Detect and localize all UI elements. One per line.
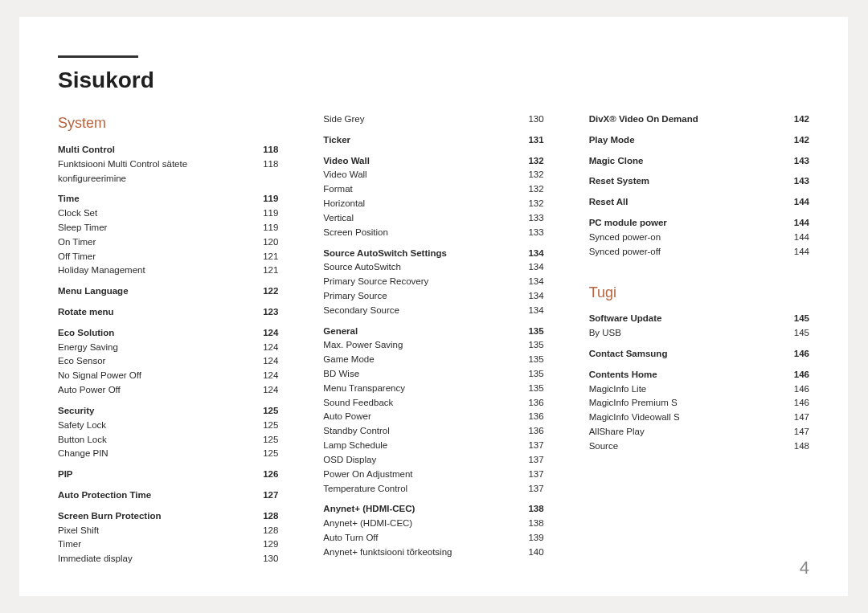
toc-row[interactable]: Anynet+ (HDMI-CEC)138 — [323, 517, 543, 531]
toc-row[interactable]: Time119 — [58, 192, 278, 206]
toc-row[interactable]: By USB145 — [589, 326, 809, 341]
toc-row[interactable]: Reset All144 — [589, 195, 809, 210]
toc-row[interactable]: Ticker131 — [323, 133, 543, 148]
toc-row[interactable]: Menu Transparency135 — [323, 382, 543, 396]
toc-row[interactable]: Timer129 — [58, 537, 278, 552]
toc-label: On Timer — [58, 235, 251, 250]
toc-page: 135 — [517, 382, 544, 396]
toc-row[interactable]: Contents Home146 — [589, 368, 809, 382]
toc-row[interactable]: MagicInfo Lite146 — [589, 382, 809, 397]
toc-row[interactable]: AllShare Play147 — [589, 425, 809, 439]
toc-label: Multi Control — [58, 143, 251, 157]
toc-row[interactable]: Eco Sensor124 — [58, 354, 278, 369]
toc-row[interactable]: General135 — [323, 325, 543, 339]
toc-row[interactable]: Button Lock125 — [58, 433, 278, 447]
toc-row[interactable]: PIP126 — [58, 468, 278, 482]
toc-row[interactable]: Source AutoSwitch134 — [323, 260, 543, 275]
toc-row[interactable]: Safety Lock125 — [58, 419, 278, 433]
toc-label: Synced power-on — [589, 231, 782, 245]
toc-row[interactable]: Energy Saving124 — [58, 341, 278, 355]
toc-row[interactable]: Sound Feedback136 — [323, 396, 543, 411]
toc-row[interactable]: Side Grey130 — [323, 112, 543, 127]
toc-row[interactable]: Screen Burn Protection128 — [58, 509, 278, 524]
toc-row[interactable]: MagicInfo Videowall S147 — [589, 411, 809, 425]
toc-label: General — [323, 325, 516, 339]
toc-row[interactable]: Holiday Management121 — [58, 264, 278, 278]
toc-row[interactable]: Anynet+ funktsiooni tõrkeotsing140 — [323, 546, 543, 560]
toc-row[interactable]: Play Mode142 — [589, 133, 809, 148]
toc-page: 129 — [251, 537, 278, 552]
toc-row[interactable]: Horizontal132 — [323, 197, 543, 211]
toc-row[interactable]: Eco Solution124 — [58, 326, 278, 341]
toc-row[interactable]: Power On Adjustment137 — [323, 468, 543, 482]
toc-row[interactable]: Funktsiooni Multi Control sätete konfigu… — [58, 157, 278, 186]
toc-page: 147 — [782, 411, 809, 425]
toc-row[interactable]: BD Wise135 — [323, 367, 543, 382]
toc-row[interactable]: Software Update145 — [589, 312, 809, 326]
toc-label: Temperature Control — [323, 482, 516, 497]
toc-row[interactable]: Format132 — [323, 182, 543, 197]
toc-row[interactable]: Primary Source134 — [323, 289, 543, 304]
toc-label: Security — [58, 404, 251, 419]
toc-row[interactable]: PC module power144 — [589, 216, 809, 231]
toc-page: 121 — [251, 250, 278, 264]
toc-row[interactable]: Magic Clone143 — [589, 154, 809, 169]
toc-label: OSD Display — [323, 453, 516, 468]
toc-row[interactable]: Anynet+ (HDMI-CEC)138 — [323, 502, 543, 517]
toc-row[interactable]: Synced power-on144 — [589, 231, 809, 245]
toc-row[interactable]: Pixel Shift128 — [58, 524, 278, 538]
toc-row[interactable]: Standby Control136 — [323, 424, 543, 439]
toc-page: 120 — [251, 235, 278, 250]
toc-page: 133 — [517, 211, 544, 226]
toc-label: Primary Source — [323, 289, 516, 304]
toc-label: Game Mode — [323, 353, 516, 367]
toc-row[interactable]: Source148 — [589, 439, 809, 454]
toc-row[interactable]: On Timer120 — [58, 235, 278, 250]
toc-row[interactable]: MagicInfo Premium S146 — [589, 396, 809, 411]
toc-row[interactable]: Auto Protection Time127 — [58, 488, 278, 503]
toc-page: 148 — [782, 439, 809, 454]
toc-label: Pixel Shift — [58, 524, 251, 538]
toc-column: DivX® Video On Demand142Play Mode142Magi… — [589, 112, 809, 566]
toc-label: Standby Control — [323, 424, 516, 439]
toc-row[interactable]: Contact Samsung146 — [589, 347, 809, 362]
toc-row[interactable]: Sleep Timer119 — [58, 221, 278, 235]
toc-row[interactable]: DivX® Video On Demand142 — [589, 112, 809, 127]
toc-row[interactable]: Max. Power Saving135 — [323, 338, 543, 353]
toc-row[interactable]: Menu Language122 — [58, 284, 278, 299]
toc-page: 137 — [517, 439, 544, 453]
toc-row[interactable]: Synced power-off144 — [589, 245, 809, 260]
toc-row[interactable]: OSD Display137 — [323, 453, 543, 468]
toc-row[interactable]: Auto Turn Off139 — [323, 531, 543, 546]
toc-row[interactable]: Game Mode135 — [323, 353, 543, 367]
toc-row[interactable]: Lamp Schedule137 — [323, 439, 543, 453]
toc-label: Vertical — [323, 211, 516, 226]
toc-page: 138 — [517, 517, 544, 531]
toc-row[interactable]: Multi Control118 — [58, 143, 278, 157]
toc-row[interactable]: Source AutoSwitch Settings134 — [323, 247, 543, 261]
toc-row[interactable]: No Signal Power Off124 — [58, 369, 278, 383]
toc-row[interactable]: Temperature Control137 — [323, 482, 543, 497]
toc-row[interactable]: Rotate menu123 — [58, 305, 278, 320]
toc-row[interactable]: Auto Power Off124 — [58, 383, 278, 398]
toc-row[interactable]: Video Wall132 — [323, 168, 543, 182]
toc-label: Menu Language — [58, 284, 251, 299]
toc-page: 122 — [251, 284, 278, 299]
toc-row[interactable]: Vertical133 — [323, 211, 543, 226]
toc-label: Power On Adjustment — [323, 468, 516, 482]
toc-row[interactable]: Off Timer121 — [58, 250, 278, 264]
toc-label: Energy Saving — [58, 341, 251, 355]
toc-page: 123 — [251, 305, 278, 320]
toc-row[interactable]: Security125 — [58, 404, 278, 419]
toc-page: 139 — [517, 531, 544, 546]
toc-label: No Signal Power Off — [58, 369, 251, 383]
toc-row[interactable]: Reset System143 — [589, 174, 809, 189]
toc-row[interactable]: Secondary Source134 — [323, 304, 543, 318]
toc-row[interactable]: Video Wall132 — [323, 154, 543, 169]
toc-row[interactable]: Immediate display130 — [58, 552, 278, 566]
toc-row[interactable]: Clock Set119 — [58, 206, 278, 221]
toc-row[interactable]: Screen Position133 — [323, 226, 543, 240]
toc-row[interactable]: Auto Power136 — [323, 410, 543, 424]
toc-row[interactable]: Change PIN125 — [58, 447, 278, 461]
toc-row[interactable]: Primary Source Recovery134 — [323, 275, 543, 289]
